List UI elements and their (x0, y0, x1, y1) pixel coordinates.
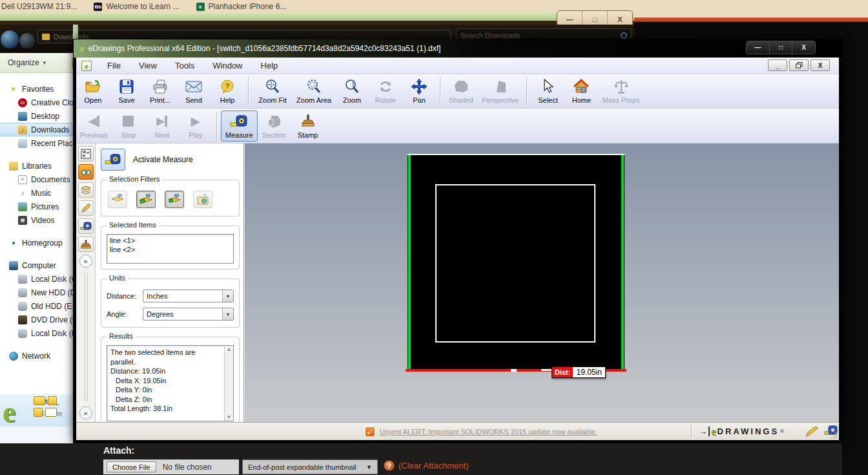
help-icon[interactable]: ? (384, 460, 395, 471)
mdi-close-button[interactable]: X (811, 59, 830, 71)
panel-splitter[interactable] (84, 273, 88, 401)
selected-items-list[interactable]: line <1> line <2> (107, 234, 234, 264)
markup-panel-button[interactable] (78, 200, 94, 216)
forward-button[interactable] (19, 32, 36, 49)
mdi-minimize-button[interactable]: _ (768, 59, 787, 71)
home-button[interactable]: Home (564, 76, 598, 107)
sidebar-item-local-disk-h[interactable]: Local Disk (H (0, 326, 73, 340)
creative-cloud-icon: cc (18, 98, 27, 107)
alert-link[interactable]: Urgent ALERT: Important SOLIDWORKS 2015 … (380, 428, 597, 436)
viewpoint-panel-button[interactable] (78, 164, 94, 180)
sidebar-item-new-hdd-d[interactable]: New HDD (D (0, 286, 73, 299)
filter-vertices-button[interactable] (165, 191, 184, 208)
perspective-button[interactable]: Perspective (478, 76, 522, 107)
scroll-up-icon[interactable]: ▲ (227, 346, 232, 352)
close-button[interactable]: X (792, 41, 815, 54)
send-button[interactable]: Send (177, 76, 211, 107)
sidebar-item-videos[interactable]: ▦ Videos (0, 213, 73, 227)
help-button[interactable]: ? Help (211, 76, 244, 107)
choose-file-button[interactable]: Choose File (107, 461, 156, 472)
scroll-down-icon[interactable]: ▼ (227, 414, 232, 420)
section-button[interactable]: Section (258, 111, 291, 142)
print-button[interactable]: Print... (143, 76, 177, 107)
tab-planhacker[interactable]: xPlanhacker iPhone 6... (196, 2, 287, 11)
list-item[interactable]: line <2> (110, 245, 231, 254)
search-icon (621, 32, 627, 39)
sidebar-item-creative-cloud[interactable]: cc Creative Clo (0, 96, 73, 109)
open-button[interactable]: Open (76, 76, 110, 107)
sidebar-group-libraries[interactable]: Libraries (0, 159, 73, 173)
menu-window[interactable]: Window (203, 61, 251, 70)
minimize-button[interactable]: — (747, 41, 770, 54)
tab-dell[interactable]: Dell U2913WM 21:9... (1, 2, 77, 11)
resize-grip[interactable] (830, 431, 838, 439)
markup-pencil-icon[interactable] (805, 425, 819, 441)
zoom-fit-button[interactable]: Zoom Fit (253, 76, 293, 107)
organize-button[interactable]: Organize (8, 58, 39, 67)
documents-icon: ≡ (18, 175, 27, 184)
menu-file[interactable]: File (98, 61, 130, 70)
results-scrollbar[interactable]: ▲ ▼ (224, 346, 233, 421)
statusbar-separator (691, 425, 692, 438)
shaded-button[interactable]: Shaded (444, 76, 478, 107)
sidebar-item-downloads[interactable]: ↓ Downloads (0, 123, 73, 136)
sidebar-item-music[interactable]: ♪ Music (0, 186, 73, 200)
menu-view[interactable]: View (130, 61, 166, 70)
sidebar-item-local-disk-c[interactable]: Local Disk (C (0, 272, 73, 286)
filter-annotations-button[interactable] (193, 191, 212, 208)
sidebar-group-computer[interactable]: Computer (0, 259, 73, 272)
collapse-panel-icon[interactable]: « (79, 255, 92, 268)
select-button[interactable]: Select (531, 76, 564, 107)
sidebar-item-documents[interactable]: ≡ Documents (0, 173, 73, 186)
title-bar[interactable]: e eDrawings Professional x64 Edition - [… (74, 39, 842, 58)
measure-button[interactable]: Measure (221, 111, 258, 142)
sidebar-item-desktop[interactable]: Desktop (0, 109, 73, 123)
drawing-canvas[interactable]: Dist: 19.05in (245, 143, 839, 422)
back-button[interactable] (0, 30, 19, 49)
edge-left-selected[interactable] (408, 155, 411, 370)
distance-tooltip-label: Dist: (552, 367, 573, 377)
rotate-button[interactable]: Rotate (369, 76, 402, 107)
play-button[interactable]: ▶ Play (179, 111, 212, 142)
sidebar-item-recent-places[interactable]: Recent Place (0, 136, 73, 150)
measure-panel-button[interactable] (78, 218, 94, 234)
pan-button[interactable]: Pan (402, 76, 436, 107)
recent-places-icon (18, 139, 27, 148)
menu-tools[interactable]: Tools (166, 61, 203, 70)
zoom-button[interactable]: Zoom (335, 76, 369, 107)
components-panel-button[interactable] (78, 146, 94, 162)
activate-measure-button[interactable] (101, 149, 125, 171)
distance-units-select[interactable]: Inches ▼ (143, 290, 234, 302)
layers-panel-button[interactable] (78, 182, 94, 198)
collapse-panel-bottom-icon[interactable]: « (79, 406, 92, 419)
stop-button[interactable]: Stop (112, 111, 145, 142)
stamp-button[interactable]: Stamp (291, 111, 325, 142)
filter-edges-button[interactable] (136, 191, 156, 208)
sidebar-item-old-hdd-e[interactable]: Old HDD (E:) (0, 299, 73, 313)
mass-props-button[interactable]: Mass Props (598, 76, 643, 107)
zoom-area-button[interactable]: Zoom Area (293, 76, 335, 107)
menu-help[interactable]: Help (252, 61, 287, 70)
result-line: Total Length: 38.1in (110, 404, 223, 414)
sidebar-group-homegroup[interactable]: ● Homegroup (0, 236, 73, 249)
sidebar-group-favorites[interactable]: ★ Favorites (0, 82, 73, 96)
thumbnail-select[interactable]: End-of-post expandable thumbnail ▼ (242, 459, 378, 474)
next-button[interactable]: ▶ Next (145, 111, 179, 142)
tab-ilearn[interactable]: BbWelcome to iLearn ... (94, 2, 179, 11)
angle-units-select[interactable]: Degrees ▼ (143, 308, 234, 321)
clear-attachment-link[interactable]: (Clear Attachment) (398, 461, 468, 470)
edge-top[interactable] (408, 154, 625, 155)
save-button[interactable]: Save (110, 76, 143, 107)
edge-right-selected[interactable] (621, 155, 624, 370)
previous-button[interactable]: ◀ Previous (76, 111, 112, 142)
mdi-restore-button[interactable] (789, 59, 809, 71)
maximize-button[interactable]: □ (770, 41, 793, 54)
sidebar-group-network[interactable]: Network (0, 349, 73, 363)
list-item[interactable]: line <1> (110, 236, 231, 245)
filter-faces-button[interactable] (108, 191, 127, 208)
dxf-outer-square[interactable] (408, 154, 625, 372)
dxf-inner-square[interactable] (435, 184, 595, 343)
sidebar-item-dvd-drive-g[interactable]: DVD Drive (G (0, 313, 73, 326)
sidebar-item-pictures[interactable]: Pictures (0, 200, 73, 213)
stamp-panel-button[interactable] (78, 237, 94, 252)
